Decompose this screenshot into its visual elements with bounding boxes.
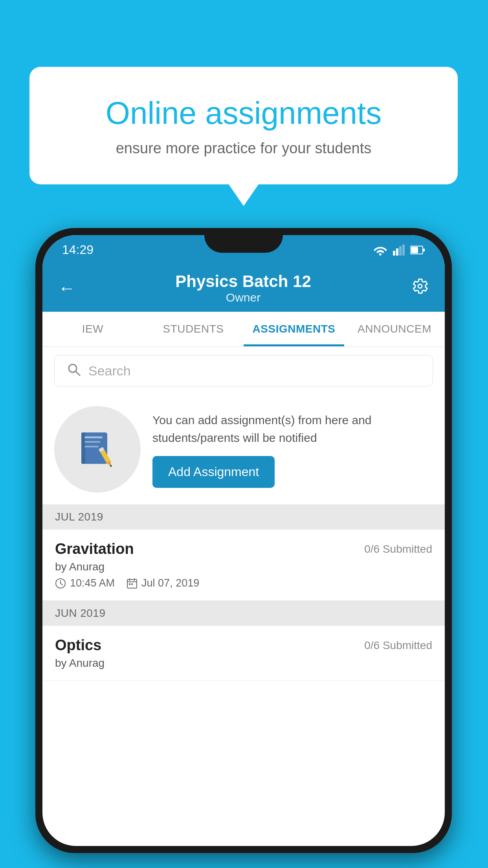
- bubble-subtitle: ensure more practice for your students: [61, 140, 426, 157]
- svg-rect-6: [411, 247, 418, 253]
- tab-students[interactable]: STUDENTS: [143, 312, 244, 346]
- search-bar-wrapper: Search: [42, 347, 445, 394]
- assignment-name-optics: Optics: [55, 637, 101, 654]
- promo-icon-circle: [54, 406, 141, 493]
- assignment-meta-gravitation: 10:45 AM Jul 07, 2019: [55, 577, 432, 589]
- svg-rect-1: [396, 248, 398, 256]
- status-icons: [373, 245, 425, 256]
- tab-announcements[interactable]: ANNOUNCEM: [344, 312, 445, 346]
- header-title: Physics Batch 12: [175, 272, 311, 291]
- header-title-group: Physics Batch 12 Owner: [175, 272, 311, 304]
- svg-rect-12: [84, 441, 100, 443]
- search-bar[interactable]: Search: [54, 355, 433, 386]
- assignment-time-gravitation: 10:45 AM: [55, 577, 115, 589]
- svg-line-8: [76, 371, 80, 375]
- assignment-submitted-optics: 0/6 Submitted: [364, 639, 432, 652]
- section-header-jul: JUL 2019: [42, 504, 445, 530]
- signal-icon: [393, 245, 405, 256]
- header-subtitle: Owner: [175, 291, 311, 304]
- search-icon: [66, 362, 81, 380]
- status-time: 14:29: [62, 243, 94, 257]
- app-header: ← Physics Batch 12 Owner: [42, 265, 445, 312]
- assignment-gravitation[interactable]: Gravitation 0/6 Submitted by Anurag 10:4…: [42, 530, 445, 601]
- phone-outer: 14:29: [35, 228, 452, 853]
- promo-section: You can add assignment(s) from here and …: [42, 394, 445, 504]
- notebook-icon: [76, 428, 119, 471]
- battery-icon: [410, 245, 425, 255]
- svg-rect-25: [129, 583, 130, 585]
- assignment-date-gravitation: Jul 07, 2019: [127, 577, 199, 589]
- speech-bubble-wrapper: Online assignments ensure more practice …: [29, 67, 458, 184]
- svg-rect-26: [131, 583, 133, 585]
- clock-icon: [55, 578, 66, 589]
- add-assignment-button[interactable]: Add Assignment: [152, 456, 275, 488]
- tabs-bar: IEW STUDENTS ASSIGNMENTS ANNOUNCEM: [42, 312, 445, 347]
- settings-button[interactable]: [411, 277, 429, 299]
- phone-notch: [204, 235, 283, 253]
- assignment-by-optics: by Anurag: [55, 657, 432, 669]
- assignment-optics[interactable]: Optics 0/6 Submitted by Anurag: [42, 626, 445, 681]
- promo-text-side: You can add assignment(s) from here and …: [152, 411, 433, 488]
- back-button[interactable]: ←: [58, 278, 75, 298]
- svg-rect-11: [84, 436, 103, 438]
- speech-bubble: Online assignments ensure more practice …: [29, 67, 458, 184]
- calendar-icon: [127, 578, 138, 589]
- tab-assignments[interactable]: ASSIGNMENTS: [244, 312, 344, 346]
- svg-rect-3: [402, 245, 405, 256]
- section-header-jun: JUN 2019: [42, 601, 445, 626]
- assignment-submitted-gravitation: 0/6 Submitted: [364, 543, 432, 555]
- assignment-name-gravitation: Gravitation: [55, 541, 134, 557]
- phone-screen: 14:29: [42, 235, 445, 846]
- search-placeholder: Search: [88, 363, 131, 379]
- svg-rect-5: [423, 248, 425, 252]
- bubble-title: Online assignments: [61, 94, 426, 132]
- phone-wrapper: 14:29: [35, 228, 452, 853]
- tab-iew[interactable]: IEW: [42, 312, 143, 346]
- svg-line-20: [61, 583, 62, 585]
- assignment-by-gravitation: by Anurag: [55, 561, 432, 573]
- svg-rect-0: [393, 251, 395, 256]
- svg-rect-13: [84, 446, 99, 447]
- promo-description: You can add assignment(s) from here and …: [152, 411, 433, 447]
- wifi-icon: [373, 245, 387, 256]
- svg-rect-2: [399, 246, 402, 256]
